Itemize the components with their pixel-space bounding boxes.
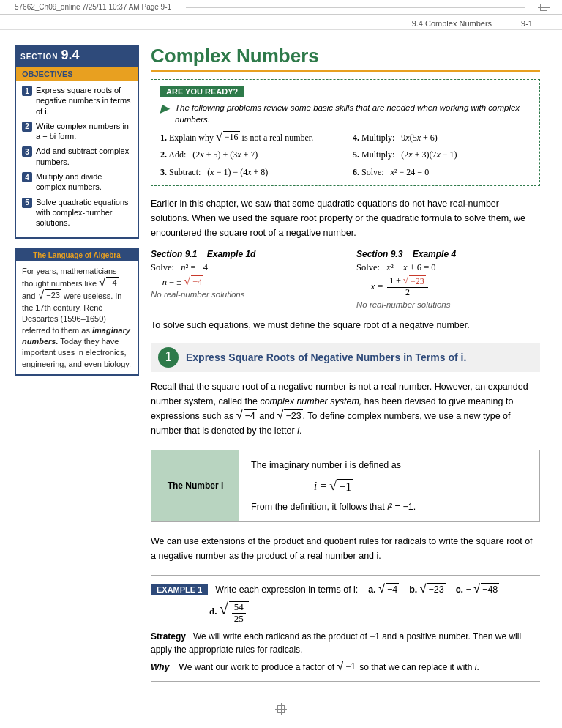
intro-paragraph: Earlier in this chapter, we saw that som… xyxy=(151,196,540,240)
frac-54-25: 54 25 xyxy=(232,602,246,624)
example-cols: Section 9.1 Example 1d Solve: n² = −4 n … xyxy=(151,249,540,309)
main-content: SECTION 9.4 OBJECTIVES 1 Express square … xyxy=(0,30,562,704)
lang-content: For years, mathematicians thought number… xyxy=(16,261,138,375)
rad-frac-ex1: √ 54 25 xyxy=(220,601,249,624)
objectives-header: OBJECTIVES xyxy=(16,67,138,81)
file-info-bar: 57662_Ch09_online 7/25/11 10:37 AM Page … xyxy=(0,0,562,15)
obj-text-3: Add and subtract complex numbers. xyxy=(36,146,132,167)
rad-neg23-ex1: √−23 xyxy=(420,583,446,595)
ayr-problem-2: 2. Add: (2x + 5) + (3x + 7) xyxy=(160,148,338,162)
example-1-label: EXAMPLE 1 xyxy=(151,584,208,595)
number-i-box: The Number i The imaginary number i is d… xyxy=(151,450,540,523)
rad-neg4-recall: √−4 xyxy=(236,409,257,422)
rad-neg4-ex1: √−4 xyxy=(378,583,399,595)
bottom-mark-area xyxy=(0,704,562,718)
objective-1: 1 Express square roots of negative numbe… xyxy=(22,85,132,116)
section-word: SECTION xyxy=(20,53,58,61)
lang-header: The Language of Algebra xyxy=(16,249,138,261)
obj-num-4: 4 xyxy=(22,172,32,182)
heading-text-1: Express Square Roots of Negative Numbers… xyxy=(186,352,466,363)
obj-text-4: Multiply and divide complex numbers. xyxy=(36,171,132,193)
ayr-header: ARE YOU READY? xyxy=(160,86,244,97)
section-heading-1: 1 Express Square Roots of Negative Numbe… xyxy=(151,343,540,372)
section-91-header: Section 9.1 Example 1d xyxy=(151,249,334,259)
rad-neg1-def: √−1 xyxy=(329,479,353,495)
number-i-follows: From the definition, it follows that i² … xyxy=(251,499,416,514)
rad-neg16: √−16 xyxy=(216,131,240,144)
header-page-num: 9-1 xyxy=(521,19,533,28)
page-header: 9.4 Complex Numbers 9-1 xyxy=(0,15,562,30)
heading-num-bubble-1: 1 xyxy=(158,347,179,368)
heading-num-1: 1 xyxy=(165,349,172,365)
rad-neg23-lang: √−23 xyxy=(37,289,61,301)
rad-neg23-recall: √−23 xyxy=(277,409,303,422)
strategy-label: Strategy xyxy=(151,631,186,642)
strategy-text: We will write each radicand as the produ… xyxy=(151,631,521,655)
rad-neg23-result: √−23 xyxy=(403,275,426,288)
recall-paragraph: Recall that the square root of a negativ… xyxy=(151,379,540,438)
strategy-section: Strategy We will write each radicand as … xyxy=(151,630,540,656)
example-1-instruction: Write each expression in terms of i: a. … xyxy=(215,583,499,595)
ayr-problem-4: 4. Multiply: 9x(5x + 6) xyxy=(353,131,531,145)
number-i-label-text: The Number i xyxy=(168,480,224,491)
example-1-header: EXAMPLE 1 Write each expression in terms… xyxy=(151,583,540,595)
to-solve-paragraph: To solve such equations, we must define … xyxy=(151,318,540,333)
why-section: Why We want our work to produce a factor… xyxy=(151,661,540,674)
objectives-list: 1 Express square roots of negative numbe… xyxy=(16,81,138,237)
ayr-problem-3: 3. Subtract: (x − 1) − (4x + 8) xyxy=(160,166,338,179)
ayr-problem-1: 1. Explain why √−16 is not a real number… xyxy=(160,131,338,145)
main-area: Complex Numbers ARE YOU READY? ▶ The fol… xyxy=(151,45,540,689)
we-can-paragraph: We can use extensions of the product and… xyxy=(151,534,540,563)
ayr-intro-text: The following problems review some basic… xyxy=(175,102,531,125)
no-real-91: No real-number solutions xyxy=(151,290,334,299)
are-you-ready-box: ARE YOU READY? ▶ The following problems … xyxy=(151,79,540,186)
rad-neg48-ex1: √−48 xyxy=(473,583,499,595)
objective-5: 5 Solve quadratic equations with complex… xyxy=(22,197,132,229)
obj-text-5: Solve quadratic equations with complex-n… xyxy=(36,197,132,229)
obj-text-2: Write complex numbers in a + bi form. xyxy=(36,121,132,142)
ayr-intro: ▶ The following problems review some bas… xyxy=(160,102,531,125)
section-93-header: Section 9.3 Example 4 xyxy=(356,249,540,259)
ayr-problem-5: 5. Multiply: (2x + 3)(7x − 1) xyxy=(353,148,531,162)
obj-num-2: 2 xyxy=(22,122,32,132)
objective-3: 3 Add and subtract complex numbers. xyxy=(22,146,132,167)
section-label: SECTION 9.4 xyxy=(15,45,139,66)
ayr-arrow-icon: ▶ xyxy=(160,100,169,116)
result-91: n = ± √−4 xyxy=(151,275,334,288)
sidebar: SECTION 9.4 OBJECTIVES 1 Express square … xyxy=(15,45,139,689)
example-1-box: EXAMPLE 1 Write each expression in terms… xyxy=(151,575,540,682)
rad-neg4-lang: √−4 xyxy=(99,277,118,289)
obj-num-5: 5 xyxy=(22,198,32,208)
bottom-cross-mark xyxy=(277,705,285,713)
frac-result-93: 1 ± √−23 2 xyxy=(387,275,428,298)
no-real-93: No real-number solutions xyxy=(356,300,540,309)
obj-num-1: 1 xyxy=(22,86,32,96)
rad-neg4-result: √−4 xyxy=(184,275,203,288)
section-93-col: Section 9.3 Example 4 Solve: x² − x + 6 … xyxy=(356,249,540,309)
section-number: 9.4 xyxy=(61,48,79,63)
section-91-col: Section 9.1 Example 1d Solve: n² = −4 n … xyxy=(151,249,334,309)
rad-neg1-why: √−1 xyxy=(337,661,356,673)
number-i-formula: i = √−1 xyxy=(251,477,416,496)
number-i-label: The Number i xyxy=(151,450,239,522)
number-i-content: The imaginary number i is defined as i =… xyxy=(239,450,427,522)
why-label: Why xyxy=(151,662,169,672)
language-box: The Language of Algebra For years, mathe… xyxy=(15,248,139,376)
objectives-box: OBJECTIVES 1 Express square roots of neg… xyxy=(15,66,139,239)
obj-text-1: Express square roots of negative numbers… xyxy=(36,85,132,116)
chapter-title: Complex Numbers xyxy=(151,45,540,72)
solve-91: Solve: n² = −4 xyxy=(151,262,334,273)
header-section: 9.4 Complex Numbers xyxy=(412,19,492,28)
objective-2: 2 Write complex numbers in a + bi form. xyxy=(22,121,132,142)
example-1-part-d: d. √ 54 25 xyxy=(209,601,540,624)
result-93: x = 1 ± √−23 2 xyxy=(356,275,540,298)
solve-93: Solve: x² − x + 6 = 0 xyxy=(356,262,540,273)
obj-num-3: 3 xyxy=(22,146,32,157)
ayr-problems-grid: 1. Explain why √−16 is not a real number… xyxy=(160,131,531,179)
example-instruction-text: Write each expression in terms of i: xyxy=(215,584,358,595)
objective-4: 4 Multiply and divide complex numbers. xyxy=(22,171,132,193)
strategy-text-content: We will write each radicand as the produ… xyxy=(151,631,521,655)
number-i-def: The imaginary number i is defined as xyxy=(251,458,416,472)
why-text: We want our work to produce a factor of … xyxy=(172,662,479,672)
file-info-text: 57662_Ch09_online 7/25/11 10:37 AM Page … xyxy=(15,3,171,11)
